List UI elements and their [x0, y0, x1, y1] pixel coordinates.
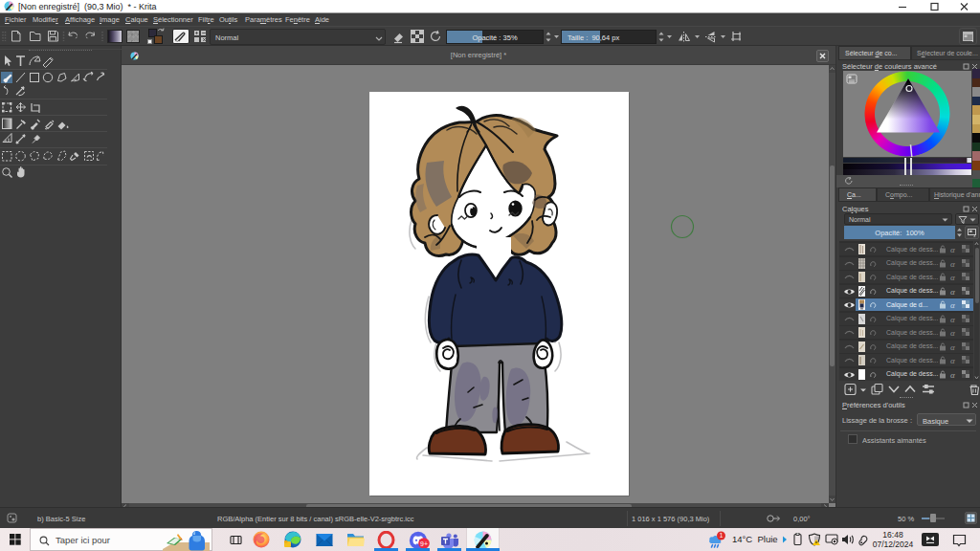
- svg-text:1: 1: [720, 532, 724, 539]
- svg-text:α: α: [950, 259, 955, 269]
- svg-text:α: α: [950, 328, 955, 338]
- svg-text:α: α: [950, 370, 955, 380]
- svg-text:α: α: [950, 273, 955, 282]
- svg-text:α: α: [950, 356, 955, 365]
- svg-text:α: α: [950, 315, 955, 324]
- svg-text:α: α: [950, 287, 955, 297]
- svg-text:α: α: [950, 245, 955, 254]
- svg-text:α: α: [950, 300, 955, 310]
- svg-text:α: α: [950, 342, 955, 352]
- svg-text:9+: 9+: [420, 540, 428, 547]
